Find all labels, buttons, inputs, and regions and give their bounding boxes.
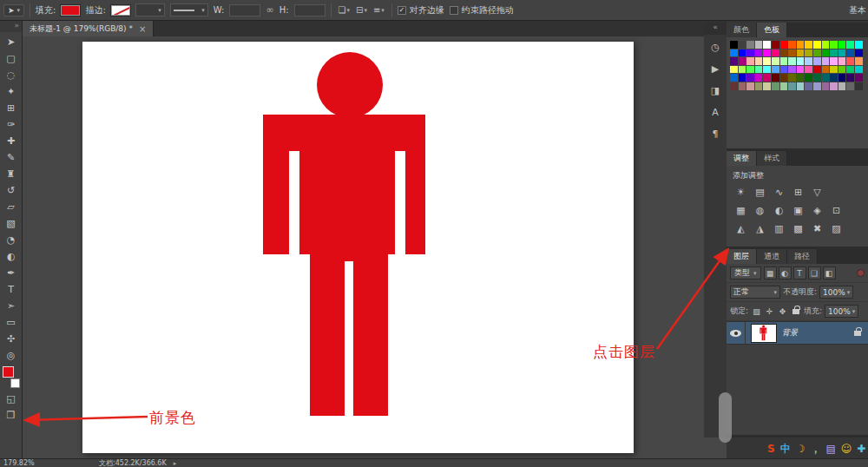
layer-filter-icon[interactable]: ❏ xyxy=(808,266,821,280)
color-swatch[interactable] xyxy=(855,49,863,57)
color-swatch[interactable] xyxy=(805,66,812,74)
color-swatch[interactable] xyxy=(788,49,796,57)
color-swatch[interactable] xyxy=(822,49,830,57)
foreground-color-well[interactable] xyxy=(3,366,14,378)
lasso-tool-icon[interactable]: ◌ xyxy=(2,67,21,83)
align-edges-checkbox[interactable]: ✓ 对齐边缘 xyxy=(398,4,444,16)
color-swatch[interactable] xyxy=(805,49,812,57)
eraser-tool-icon[interactable]: ▱ xyxy=(2,199,21,215)
adjustment-icon[interactable]: ◐ xyxy=(773,204,786,217)
adjustment-icon[interactable]: ⊡ xyxy=(830,204,843,217)
color-swatch[interactable] xyxy=(746,57,754,65)
layer-filter-icon[interactable]: ◧ xyxy=(823,266,836,280)
color-swatch[interactable] xyxy=(755,41,763,49)
document-tab[interactable]: 未标题-1 @ 179%(RGB/8) * × xyxy=(23,21,154,36)
soft-keyboard-icon[interactable]: ▤ xyxy=(825,444,835,454)
color-swatch[interactable] xyxy=(730,49,738,57)
screen-mode-icon[interactable]: ❒ xyxy=(2,407,21,424)
color-swatch[interactable] xyxy=(755,74,763,82)
color-swatch[interactable] xyxy=(746,49,754,57)
color-swatch[interactable] xyxy=(830,57,838,65)
toolbox-icon[interactable]: ✚ xyxy=(857,444,865,454)
color-swatch[interactable] xyxy=(739,49,746,57)
stroke-color-swatch[interactable] xyxy=(111,5,130,16)
tab-styles[interactable]: 样式 xyxy=(757,151,787,166)
adjustment-icon[interactable]: ∿ xyxy=(773,186,786,199)
color-swatch[interactable] xyxy=(788,74,796,82)
canvas-area[interactable] xyxy=(23,36,727,458)
adjustment-icon[interactable]: ▥ xyxy=(773,222,786,235)
color-swatch[interactable] xyxy=(797,57,805,65)
path-alignment-button[interactable]: ⊟▾ xyxy=(354,4,369,16)
color-swatch[interactable] xyxy=(805,82,812,90)
color-swatch[interactable] xyxy=(838,57,846,65)
color-swatch[interactable] xyxy=(772,41,779,49)
quick-selection-tool-icon[interactable]: ✦ xyxy=(2,83,21,100)
color-swatch[interactable] xyxy=(830,41,838,49)
tool-preset-button[interactable]: ➤ ▾ xyxy=(3,4,24,16)
pen-tool-icon[interactable]: ✒ xyxy=(2,265,21,281)
color-swatch[interactable] xyxy=(730,66,738,74)
color-swatch[interactable] xyxy=(813,57,821,65)
adjustment-icon[interactable]: ▨ xyxy=(830,222,843,235)
history-panel-icon[interactable]: ◷ xyxy=(706,38,725,56)
properties-panel-icon[interactable]: ◨ xyxy=(706,82,725,100)
marquee-tool-icon[interactable]: ▢ xyxy=(2,50,21,67)
link-dimensions-icon[interactable]: ∞ xyxy=(266,4,273,16)
color-swatch[interactable] xyxy=(730,74,738,82)
move-tool-icon[interactable]: ➤ xyxy=(2,34,21,50)
emoji-icon[interactable]: ☺ xyxy=(841,444,852,454)
type-tool-icon[interactable]: T xyxy=(2,281,21,298)
lock-icon[interactable]: ✛ xyxy=(764,306,775,317)
sogou-logo-icon[interactable]: S xyxy=(767,444,775,454)
color-swatch[interactable] xyxy=(780,66,788,74)
color-swatch[interactable] xyxy=(855,82,863,90)
zoom-level[interactable]: 179.82% xyxy=(3,459,49,467)
color-swatch[interactable] xyxy=(855,41,863,49)
layer-row-background[interactable]: 背景 xyxy=(727,322,868,345)
tab-paths[interactable]: 路径 xyxy=(787,249,818,264)
color-swatch[interactable] xyxy=(788,41,796,49)
color-swatch[interactable] xyxy=(730,41,738,49)
opacity-value[interactable]: 100% ▾ xyxy=(819,286,853,299)
scrollbar-thumb[interactable] xyxy=(719,392,732,443)
color-swatch[interactable] xyxy=(813,82,821,90)
adjustment-icon[interactable]: ◭ xyxy=(734,222,747,235)
color-swatch[interactable] xyxy=(797,66,805,74)
color-swatch[interactable] xyxy=(739,82,746,90)
color-swatch[interactable] xyxy=(739,74,746,82)
color-swatch[interactable] xyxy=(822,66,830,74)
tab-adjustments[interactable]: 调整 xyxy=(727,151,757,166)
color-swatch[interactable] xyxy=(822,82,830,90)
lock-icon[interactable]: ▨ xyxy=(751,306,762,317)
color-swatch[interactable] xyxy=(780,82,788,90)
brush-tool-icon[interactable]: ✎ xyxy=(2,149,21,166)
color-swatch[interactable] xyxy=(797,74,805,82)
workspace-switcher[interactable]: 基本 xyxy=(849,4,866,16)
spot-healing-tool-icon[interactable]: ✚ xyxy=(2,133,21,149)
color-swatch[interactable] xyxy=(739,57,746,65)
dodge-tool-icon[interactable]: ◐ xyxy=(2,248,21,265)
collapse-tools-icon[interactable]: » xyxy=(0,21,22,32)
color-swatch[interactable] xyxy=(780,74,788,82)
color-swatch[interactable] xyxy=(830,74,838,82)
color-swatch[interactable] xyxy=(730,82,738,90)
color-swatch[interactable] xyxy=(838,49,846,57)
adjustment-icon[interactable]: ◮ xyxy=(753,222,766,235)
color-swatch[interactable] xyxy=(780,49,788,57)
color-swatch[interactable] xyxy=(813,49,821,57)
blend-mode-select[interactable]: 正常 ▾ xyxy=(730,286,780,299)
adjustment-icon[interactable]: ▩ xyxy=(792,222,805,235)
path-selection-tool-icon[interactable]: ➣ xyxy=(2,298,21,314)
color-swatch[interactable] xyxy=(772,49,779,57)
shape-tool-icon[interactable]: ▭ xyxy=(2,314,21,331)
color-swatch[interactable] xyxy=(797,82,805,90)
color-swatch[interactable] xyxy=(755,49,763,57)
adjustment-icon[interactable]: ✖ xyxy=(811,222,824,235)
color-swatch[interactable] xyxy=(746,41,754,49)
color-swatch[interactable] xyxy=(746,74,754,82)
clone-stamp-tool-icon[interactable]: ♜ xyxy=(2,166,21,182)
color-swatch[interactable] xyxy=(846,66,854,74)
color-swatch[interactable] xyxy=(855,66,863,74)
color-swatch[interactable] xyxy=(838,74,846,82)
